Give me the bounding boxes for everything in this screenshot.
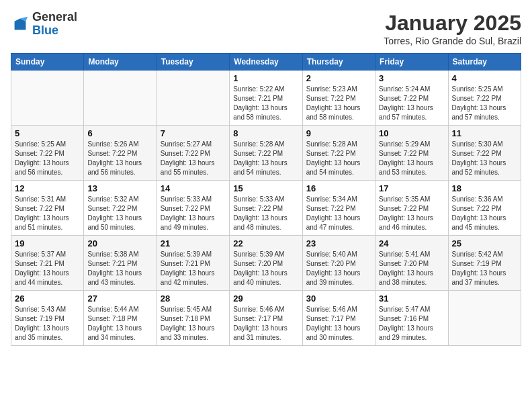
calendar-cell: 22Sunrise: 5:39 AM Sunset: 7:20 PM Dayli… [230,236,302,291]
calendar-week-row: 5Sunrise: 5:25 AM Sunset: 7:22 PM Daylig… [11,126,521,181]
page-header: General Blue January 2025 Torres, Rio Gr… [11,11,521,46]
logo-icon [11,15,30,34]
calendar-cell: 23Sunrise: 5:40 AM Sunset: 7:20 PM Dayli… [302,236,375,291]
day-info: Sunrise: 5:36 AM Sunset: 7:22 PM Dayligh… [452,195,517,232]
calendar-cell: 24Sunrise: 5:41 AM Sunset: 7:20 PM Dayli… [375,236,448,291]
day-number: 8 [233,128,298,138]
day-number: 14 [161,183,226,193]
calendar-cell: 6Sunrise: 5:26 AM Sunset: 7:22 PM Daylig… [84,126,157,181]
day-number: 13 [87,183,152,193]
weekday-header: Sunday [11,54,84,71]
day-info: Sunrise: 5:25 AM Sunset: 7:22 PM Dayligh… [15,140,80,177]
calendar-cell: 1Sunrise: 5:22 AM Sunset: 7:21 PM Daylig… [230,71,302,126]
day-info: Sunrise: 5:39 AM Sunset: 7:21 PM Dayligh… [161,250,226,287]
calendar-cell: 13Sunrise: 5:32 AM Sunset: 7:22 PM Dayli… [84,181,157,236]
calendar-cell: 17Sunrise: 5:35 AM Sunset: 7:22 PM Dayli… [375,181,448,236]
day-info: Sunrise: 5:46 AM Sunset: 7:17 PM Dayligh… [306,305,371,342]
calendar-cell: 8Sunrise: 5:28 AM Sunset: 7:22 PM Daylig… [230,126,302,181]
month-title: January 2025 [384,11,521,36]
day-number: 29 [233,293,298,304]
day-number: 25 [452,238,517,248]
calendar-cell: 26Sunrise: 5:43 AM Sunset: 7:19 PM Dayli… [11,291,84,346]
calendar-cell: 7Sunrise: 5:27 AM Sunset: 7:22 PM Daylig… [157,126,229,181]
day-info: Sunrise: 5:28 AM Sunset: 7:22 PM Dayligh… [306,140,371,177]
weekday-header: Friday [375,54,448,71]
calendar-cell: 4Sunrise: 5:25 AM Sunset: 7:22 PM Daylig… [448,71,521,126]
day-number: 27 [87,293,152,304]
calendar-cell: 14Sunrise: 5:33 AM Sunset: 7:22 PM Dayli… [157,181,229,236]
day-info: Sunrise: 5:44 AM Sunset: 7:18 PM Dayligh… [87,305,152,342]
day-number: 2 [306,73,371,83]
day-info: Sunrise: 5:23 AM Sunset: 7:22 PM Dayligh… [306,85,371,122]
weekday-header: Monday [84,54,157,71]
day-number: 23 [306,238,371,248]
calendar-cell: 11Sunrise: 5:30 AM Sunset: 7:22 PM Dayli… [448,126,521,181]
calendar-cell: 29Sunrise: 5:46 AM Sunset: 7:17 PM Dayli… [230,291,302,346]
logo-text: General Blue [32,11,77,38]
weekday-header: Thursday [302,54,375,71]
day-info: Sunrise: 5:31 AM Sunset: 7:22 PM Dayligh… [15,195,80,232]
day-info: Sunrise: 5:45 AM Sunset: 7:18 PM Dayligh… [161,305,226,342]
location: Torres, Rio Grande do Sul, Brazil [384,36,521,46]
day-info: Sunrise: 5:24 AM Sunset: 7:22 PM Dayligh… [379,85,444,122]
calendar-cell: 21Sunrise: 5:39 AM Sunset: 7:21 PM Dayli… [157,236,229,291]
day-info: Sunrise: 5:25 AM Sunset: 7:22 PM Dayligh… [452,85,517,122]
weekday-header: Wednesday [230,54,302,71]
day-number: 11 [452,128,517,138]
day-number: 7 [161,128,226,138]
weekday-header: Tuesday [157,54,229,71]
day-info: Sunrise: 5:29 AM Sunset: 7:22 PM Dayligh… [379,140,444,177]
day-number: 24 [379,238,444,248]
day-info: Sunrise: 5:22 AM Sunset: 7:21 PM Dayligh… [233,85,298,122]
calendar-cell: 19Sunrise: 5:37 AM Sunset: 7:21 PM Dayli… [11,236,84,291]
logo: General Blue [11,11,77,38]
day-info: Sunrise: 5:34 AM Sunset: 7:22 PM Dayligh… [306,195,371,232]
title-block: January 2025 Torres, Rio Grande do Sul, … [384,11,521,46]
day-info: Sunrise: 5:37 AM Sunset: 7:21 PM Dayligh… [15,250,80,287]
day-info: Sunrise: 5:28 AM Sunset: 7:22 PM Dayligh… [233,140,298,177]
day-info: Sunrise: 5:41 AM Sunset: 7:20 PM Dayligh… [379,250,444,287]
day-number: 15 [233,183,298,193]
calendar-cell: 3Sunrise: 5:24 AM Sunset: 7:22 PM Daylig… [375,71,448,126]
day-info: Sunrise: 5:32 AM Sunset: 7:22 PM Dayligh… [87,195,152,232]
calendar-cell: 12Sunrise: 5:31 AM Sunset: 7:22 PM Dayli… [11,181,84,236]
day-info: Sunrise: 5:43 AM Sunset: 7:19 PM Dayligh… [15,305,80,342]
calendar-week-row: 12Sunrise: 5:31 AM Sunset: 7:22 PM Dayli… [11,181,521,236]
calendar-table: SundayMondayTuesdayWednesdayThursdayFrid… [11,53,521,346]
calendar-cell: 10Sunrise: 5:29 AM Sunset: 7:22 PM Dayli… [375,126,448,181]
day-info: Sunrise: 5:47 AM Sunset: 7:16 PM Dayligh… [379,305,444,342]
day-info: Sunrise: 5:39 AM Sunset: 7:20 PM Dayligh… [233,250,298,287]
calendar-week-row: 19Sunrise: 5:37 AM Sunset: 7:21 PM Dayli… [11,236,521,291]
calendar-cell: 9Sunrise: 5:28 AM Sunset: 7:22 PM Daylig… [302,126,375,181]
day-number: 22 [233,238,298,248]
calendar-cell: 30Sunrise: 5:46 AM Sunset: 7:17 PM Dayli… [302,291,375,346]
day-info: Sunrise: 5:26 AM Sunset: 7:22 PM Dayligh… [87,140,152,177]
weekday-header: Saturday [448,54,521,71]
day-number: 19 [15,238,80,248]
day-number: 16 [306,183,371,193]
day-info: Sunrise: 5:40 AM Sunset: 7:20 PM Dayligh… [306,250,371,287]
day-number: 21 [161,238,226,248]
day-number: 4 [452,73,517,83]
day-info: Sunrise: 5:35 AM Sunset: 7:22 PM Dayligh… [379,195,444,232]
day-info: Sunrise: 5:30 AM Sunset: 7:22 PM Dayligh… [452,140,517,177]
calendar-cell: 18Sunrise: 5:36 AM Sunset: 7:22 PM Dayli… [448,181,521,236]
day-number: 26 [15,293,80,304]
day-info: Sunrise: 5:33 AM Sunset: 7:22 PM Dayligh… [233,195,298,232]
calendar-cell: 27Sunrise: 5:44 AM Sunset: 7:18 PM Dayli… [84,291,157,346]
day-info: Sunrise: 5:46 AM Sunset: 7:17 PM Dayligh… [233,305,298,342]
day-number: 31 [379,293,444,304]
calendar-cell: 16Sunrise: 5:34 AM Sunset: 7:22 PM Dayli… [302,181,375,236]
calendar-cell [157,71,229,126]
day-number: 28 [161,293,226,304]
day-number: 3 [379,73,444,83]
day-number: 6 [87,128,152,138]
calendar-cell: 31Sunrise: 5:47 AM Sunset: 7:16 PM Dayli… [375,291,448,346]
calendar-header-row: SundayMondayTuesdayWednesdayThursdayFrid… [11,54,521,71]
day-number: 18 [452,183,517,193]
calendar-week-row: 26Sunrise: 5:43 AM Sunset: 7:19 PM Dayli… [11,291,521,346]
calendar-cell: 2Sunrise: 5:23 AM Sunset: 7:22 PM Daylig… [302,71,375,126]
day-number: 1 [233,73,298,83]
day-info: Sunrise: 5:38 AM Sunset: 7:21 PM Dayligh… [87,250,152,287]
day-number: 20 [87,238,152,248]
